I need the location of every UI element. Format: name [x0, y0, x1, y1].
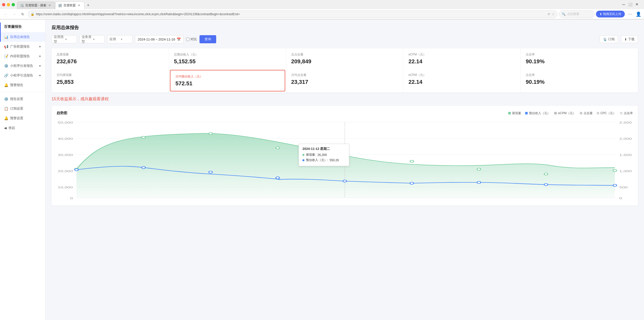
compare-label: 对比: [190, 37, 197, 42]
sidebar-item-miniapp-report[interactable]: ⚙️ 小程序分发报告 ▼: [0, 61, 45, 71]
stat-daily-income: 日均预估收入（元） 572.51: [170, 70, 285, 91]
tooltip-income-value: 550.26: [330, 158, 339, 162]
stat-daily-clicks-label: 日均点击量: [291, 73, 398, 77]
tooltip-views-label: 展现量:: [306, 153, 316, 157]
sidebar-item-report-settings[interactable]: ⚙️ 报告设置: [0, 94, 45, 104]
forward-btn[interactable]: →: [11, 11, 18, 18]
sidebar-item-ad-report[interactable]: 📢 广告联盟报告 ▼: [0, 42, 45, 51]
svg-text:0: 0: [70, 196, 73, 200]
tooltip-date: 2024-11-12 星期二: [302, 147, 345, 151]
stat-ctr-top-label: 点击率: [526, 52, 633, 57]
tab-1-close[interactable]: ✕: [48, 4, 52, 8]
close-window-btn[interactable]: [2, 3, 5, 6]
date-range-picker[interactable]: 2024-11-08 ~ 2024-11-16 📅: [135, 35, 184, 43]
sidebar-item-alert-report-label: 预警报告: [10, 83, 23, 87]
maximize-window-btn[interactable]: [12, 3, 15, 6]
chevron-down-icon: ▼: [39, 45, 41, 48]
biz-type-arrow-icon: ▼: [93, 38, 102, 41]
subscribe-btn[interactable]: 📡 订阅: [600, 35, 618, 43]
restore-icon[interactable]: ⬜: [627, 2, 634, 7]
tab-2-favicon: 🔗: [58, 4, 62, 7]
upload-btn[interactable]: ⬆ 拖拽至此上传: [596, 11, 625, 17]
sidebar-item-content-report[interactable]: 📝 内容联盟报告 ▼: [0, 51, 45, 61]
sidebar-item-miniapp-flow-label: 小程序引流报告: [10, 73, 33, 78]
app-select[interactable]: 应用 ▼: [107, 35, 132, 43]
sidebar-item-app-report[interactable]: 📊 应用总体报告: [0, 32, 45, 42]
chart-container: 50,000 40,000 30,000 20,000 10,000 0 2,5…: [57, 119, 633, 201]
sidebar-item-miniapp-report-label: 小程序分发报告: [10, 64, 33, 68]
legend-income: 预估收入（元）: [525, 111, 550, 115]
sidebar-item-subscribe-settings[interactable]: 📋 订阅设置: [0, 104, 45, 113]
stat-ctr-bottom-value: 90.19%: [526, 79, 633, 85]
svg-text:2,500: 2,500: [619, 121, 632, 124]
search-bar[interactable]: 🔍 点此搜索: [559, 10, 594, 18]
subscribe-icon: 📡: [603, 37, 607, 41]
address-bar[interactable]: 🔒 https://union.baidu.com/bqt/appco.html…: [28, 10, 558, 18]
more-options-btn[interactable]: ⋯: [626, 11, 633, 18]
chevron-down-icon-2: ▼: [39, 55, 41, 58]
svg-text:2024-11-16: 2024-11-16: [603, 200, 626, 201]
collapse-label: 收起: [9, 126, 15, 130]
svg-text:2024-11-13: 2024-11-13: [400, 200, 423, 201]
tab-bar: 🔍 百度联盟 - 搜索 ✕ 🔗 百度联盟 ✕ +: [17, 0, 620, 9]
stats-bottom-row: 日均展现量 25,853 日均预估收入（元） 572.51 日均点击量 23,3…: [52, 69, 638, 92]
legend-dot-views: [508, 112, 511, 114]
sidebar-collapse-btn[interactable]: ◀ 收起: [0, 123, 45, 133]
tab-2-close[interactable]: ✕: [77, 4, 81, 8]
browser-chrome: 🔍 百度联盟 - 搜索 ✕ 🔗 百度联盟 ✕ + ─ ⬜ ✕ ← → ↻ 🔒 h…: [0, 0, 644, 19]
refresh-btn[interactable]: ↻: [19, 11, 26, 18]
chart-section: 趋势图 展现量 预估收入（元） eCPM（元）: [52, 106, 638, 206]
tab-1[interactable]: 🔍 百度联盟 - 搜索 ✕: [17, 2, 55, 9]
svg-text:2024-11-12: 2024-11-12: [333, 200, 356, 201]
download-btn[interactable]: ⬇ 下载: [621, 35, 638, 43]
stat-ctr-top-value: 90.19%: [526, 58, 633, 65]
close-icon[interactable]: ✕: [634, 2, 640, 7]
stat-daily-clicks: 日均点击量 23,317: [286, 69, 404, 92]
app-label: 应用: [109, 37, 119, 42]
profile-btn[interactable]: 👤: [635, 11, 642, 18]
income-point-7: [477, 181, 481, 184]
sidebar-item-alert-report[interactable]: 🔔 预警报告: [0, 80, 45, 90]
stat-total-views: 总展现量 232,676: [52, 48, 169, 69]
compare-checkbox-input[interactable]: [186, 38, 189, 41]
tab-2[interactable]: 🔗 百度联盟 ✕: [55, 2, 84, 9]
chart-title: 趋势图: [57, 111, 67, 115]
views-point-4: [276, 147, 279, 149]
stat-ecpm-bottom: eCPM（元） 22.14: [403, 69, 521, 92]
new-tab-btn[interactable]: +: [84, 2, 92, 9]
legend-ecpm-label: eCPM（元）: [558, 111, 575, 115]
svg-text:30,000: 30,000: [58, 153, 73, 156]
income-point-8: [544, 184, 548, 186]
views-point-8: [544, 173, 548, 175]
compare-checkbox[interactable]: 对比: [186, 37, 197, 42]
svg-text:40,000: 40,000: [58, 137, 73, 140]
settings-section: ⚙️ 报告设置 📋 订阅设置 🔔 预警设置: [0, 92, 45, 123]
app-type-select[interactable]: 应用类型 ▼: [52, 35, 77, 43]
app-type-label: 应用类型: [54, 35, 64, 44]
legend-ctr: 点击率: [620, 111, 633, 115]
minimize-icon[interactable]: ─: [621, 2, 627, 7]
chevron-down-icon-4: ▼: [39, 74, 41, 77]
sidebar-item-alert-settings[interactable]: 🔔 预警设置: [0, 113, 45, 123]
sidebar-item-app-report-label: 应用总体报告: [10, 35, 30, 39]
back-btn[interactable]: ←: [2, 11, 9, 18]
stat-total-income-value: 5,152.55: [174, 58, 281, 65]
query-btn[interactable]: 查询: [199, 35, 216, 43]
tooltip-row-views: 展现量: 26,269: [302, 153, 345, 157]
stat-daily-clicks-value: 23,317: [291, 79, 398, 85]
sidebar-title: 百青藤报告: [0, 23, 45, 32]
income-point-9: [613, 184, 617, 187]
url-text: https://union.baidu.com/bqt/appco.html#/…: [36, 12, 546, 16]
svg-text:20,000: 20,000: [58, 169, 73, 173]
biz-type-select[interactable]: 业务类型 ▼: [79, 35, 105, 43]
tab-1-favicon: 🔍: [20, 4, 24, 7]
stat-total-views-label: 总展现量: [57, 52, 164, 57]
refresh-small-icon[interactable]: ⟳: [548, 12, 550, 16]
chevron-down-icon-3: ▼: [39, 65, 41, 67]
sidebar-item-miniapp-flow[interactable]: 🔗 小程序引流报告 ▼: [0, 71, 45, 80]
star-icon[interactable]: ☆: [552, 12, 555, 16]
income-point-1: [75, 169, 78, 171]
minimize-window-btn[interactable]: [7, 3, 10, 6]
svg-text:2024-11-08: 2024-11-08: [65, 200, 88, 201]
sidebar: 百青藤报告 📊 应用总体报告 📢 广告联盟报告 ▼ 📝 内容联盟报告 ▼ ⚙️ …: [0, 19, 46, 320]
